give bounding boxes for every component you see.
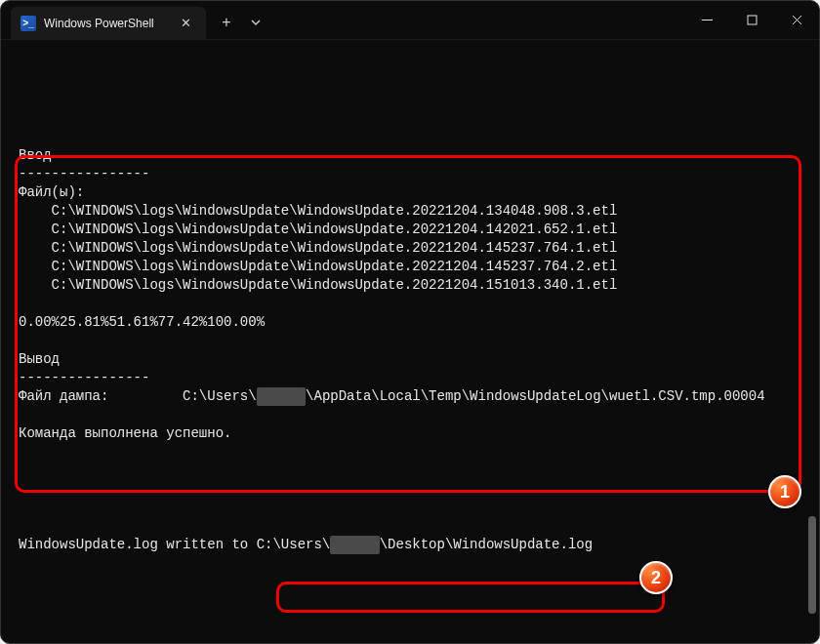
etl-file: C:\WINDOWS\logs\WindowsUpdate\WindowsUpd… xyxy=(19,276,801,295)
scrollbar-thumb[interactable] xyxy=(808,516,816,614)
files-label: Файл(ы): xyxy=(19,183,801,202)
etl-file: C:\WINDOWS\logs\WindowsUpdate\WindowsUpd… xyxy=(19,239,801,258)
close-window-button[interactable] xyxy=(774,1,819,39)
etl-file: C:\WINDOWS\logs\WindowsUpdate\WindowsUpd… xyxy=(19,221,801,239)
tab-title: Windows PowerShell xyxy=(44,17,154,30)
scrollbar[interactable] xyxy=(808,48,816,637)
maximize-button[interactable] xyxy=(729,1,774,39)
progress-line: 0.00%25.81%51.61%77.42%100.00% xyxy=(19,313,801,332)
redacted-username: XXXXXX xyxy=(330,536,379,554)
powershell-icon: >_ xyxy=(20,16,36,31)
divider: ---------------- xyxy=(19,369,801,387)
close-tab-button[interactable]: ✕ xyxy=(177,15,194,32)
written-line: WindowsUpdate.log written to C:\Users\XX… xyxy=(19,537,593,552)
redacted-username: XXXXXX xyxy=(257,387,306,406)
tab-powershell[interactable]: >_ Windows PowerShell ✕ xyxy=(11,7,206,40)
divider: ---------------- xyxy=(19,165,801,183)
terminal-output[interactable]: Ввод----------------Файл(ы):C:\WINDOWS\l… xyxy=(1,40,819,643)
etl-file: C:\WINDOWS\logs\WindowsUpdate\WindowsUpd… xyxy=(19,258,801,276)
titlebar[interactable]: >_ Windows PowerShell ✕ + xyxy=(1,1,819,40)
window-controls xyxy=(684,1,819,39)
etl-file: C:\WINDOWS\logs\WindowsUpdate\WindowsUpd… xyxy=(19,202,801,221)
section-output-header: Вывод xyxy=(19,350,801,369)
svg-rect-1 xyxy=(748,16,757,24)
success-message: Команда выполнена успешно. xyxy=(19,424,801,443)
dump-line: Файл дампа: C:\Users\XXXXXX\AppData\Loca… xyxy=(19,387,801,406)
minimize-button[interactable] xyxy=(684,1,729,39)
terminal-window: >_ Windows PowerShell ✕ + Ввод----------… xyxy=(0,0,820,644)
section-input-header: Ввод xyxy=(19,146,801,165)
new-tab-button[interactable]: + xyxy=(212,8,241,37)
tab-menu-button[interactable] xyxy=(241,8,270,37)
